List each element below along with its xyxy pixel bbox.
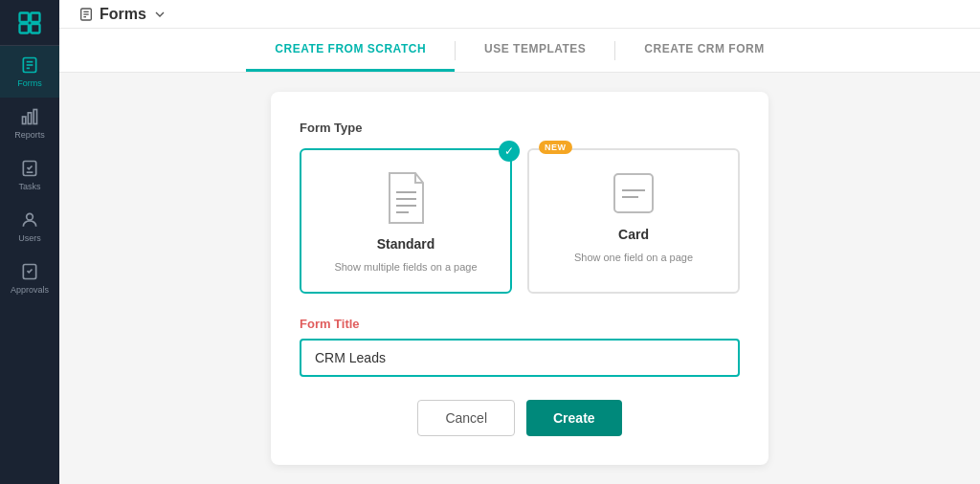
form-type-label: Form Type — [300, 121, 740, 135]
new-badge: NEW — [539, 141, 572, 154]
tab-use-templates[interactable]: USE TEMPLATES — [456, 29, 614, 72]
form-type-card[interactable]: NEW Card Show one field on a page — [527, 148, 740, 294]
sidebar-item-forms-label: Forms — [17, 78, 42, 88]
sidebar-logo — [0, 0, 59, 46]
card-form-icon — [610, 169, 657, 217]
form-title-input[interactable] — [300, 339, 740, 377]
svg-rect-3 — [31, 24, 39, 33]
standard-option-desc: Show multiple fields on a page — [334, 261, 477, 273]
topbar: Forms — [59, 0, 980, 29]
sidebar-item-reports[interactable]: Reports — [0, 98, 59, 149]
standard-form-icon — [382, 169, 430, 227]
svg-rect-10 — [33, 110, 36, 124]
form-title-label: Form Title — [300, 317, 740, 331]
svg-point-13 — [27, 213, 33, 220]
sidebar-item-users[interactable]: Users — [0, 201, 59, 253]
sidebar-item-approvals[interactable]: Approvals — [0, 253, 59, 304]
selected-check-badge: ✓ — [499, 141, 520, 162]
topbar-title: Forms — [78, 6, 167, 23]
sidebar-item-tasks[interactable]: Tasks — [0, 149, 59, 201]
card-option-desc: Show one field on a page — [574, 252, 693, 263]
card-option-name: Card — [618, 227, 649, 242]
sidebar: Forms Reports Tasks Users Approvals — [0, 0, 59, 484]
sidebar-item-tasks-label: Tasks — [18, 182, 40, 191]
sidebar-item-users-label: Users — [18, 233, 41, 243]
create-button[interactable]: Create — [526, 400, 622, 436]
form-type-standard[interactable]: ✓ Standard Show multiple fields on a pag… — [300, 148, 512, 294]
sidebar-item-reports-label: Reports — [14, 130, 45, 140]
form-card: Form Type ✓ Standard Show multiple field… — [271, 92, 768, 465]
main-area: Forms CREATE FROM SCRATCH USE TEMPLATES … — [59, 0, 980, 484]
content-area: Form Type ✓ Standard Show multiple field… — [59, 73, 980, 484]
chevron-down-icon — [152, 7, 167, 22]
tab-create-from-scratch[interactable]: CREATE FROM SCRATCH — [246, 29, 455, 72]
tab-create-crm-form[interactable]: CREATE CRM FORM — [615, 29, 792, 72]
standard-option-name: Standard — [377, 236, 435, 252]
button-row: Cancel Create — [300, 400, 740, 436]
tabs-bar: CREATE FROM SCRATCH USE TEMPLATES CREATE… — [59, 29, 980, 73]
svg-rect-2 — [20, 24, 29, 33]
svg-rect-23 — [614, 174, 653, 212]
svg-rect-9 — [28, 113, 31, 124]
sidebar-item-approvals-label: Approvals — [11, 285, 49, 295]
svg-rect-8 — [23, 117, 26, 124]
svg-rect-1 — [31, 12, 39, 21]
sidebar-item-forms[interactable]: Forms — [0, 46, 59, 98]
form-type-options: ✓ Standard Show multiple fields on a pag… — [300, 148, 740, 294]
svg-rect-0 — [20, 12, 29, 21]
cancel-button[interactable]: Cancel — [417, 400, 515, 436]
app-title: Forms — [100, 6, 146, 23]
